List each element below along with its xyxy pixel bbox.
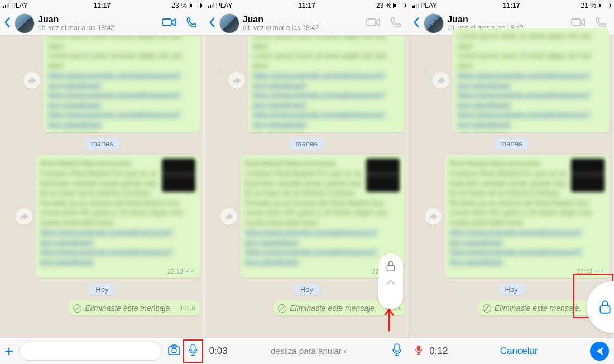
chat-area[interactable]: Lorem ipsum dolor sit amet adipis elit s…: [0, 36, 204, 337]
status-bar: PLAY 11:17 23 %: [205, 0, 409, 11]
forward-icon[interactable]: [220, 208, 237, 225]
screen-recording-locked: PLAY 11:17 21 % Juan últ. vez el mar a l…: [409, 0, 614, 364]
back-button[interactable]: [3, 16, 11, 31]
lock-icon: [385, 259, 396, 272]
recording-timer: 0:03: [209, 346, 228, 357]
recording-indicator-icon: [414, 343, 424, 359]
forward-icon[interactable]: [433, 72, 449, 89]
message-link: https://www.example.com/path/resource?ke…: [449, 227, 605, 247]
contact-name: Juan: [447, 15, 568, 25]
message-bubble[interactable]: Lorem ipsum dolor sit amet adipis elit s…: [248, 36, 405, 132]
voice-call-button[interactable]: [184, 16, 199, 31]
clock: 11:17: [503, 2, 520, 9]
input-footer: +: [0, 337, 204, 364]
recording-locked-footer: 0:12 Cancelar: [409, 337, 613, 364]
day-separator: martes: [289, 138, 325, 150]
forward-icon[interactable]: [16, 208, 32, 225]
message-time: 22:10: [167, 268, 183, 275]
message-link: https://www.example.com/path/resource?ke…: [40, 227, 195, 247]
record-voice-button[interactable]: [186, 343, 200, 359]
message-text: Real Madrid Macroencuesta Cristiano Real…: [40, 159, 195, 227]
message-text: Lorem ipsum dolor sit amet adipis elit s…: [457, 31, 605, 51]
message-bubble[interactable]: Lorem ipsum dolor sit amet adipis elit s…: [453, 28, 609, 132]
back-button[interactable]: [208, 16, 216, 31]
status-bar: PLAY 11:17 23 %: [0, 0, 204, 11]
carrier-label: PLAY: [11, 2, 28, 9]
contact-name: Juan: [243, 15, 363, 25]
message-text: Real Madrid Macroencuesta Cristiano Real…: [245, 159, 400, 227]
annotation-arrow-up: [383, 304, 395, 334]
chat-area[interactable]: Lorem ipsum dolor sit amet adipis elit s…: [409, 36, 613, 337]
message-link: https://www.example.com/path/resource?ke…: [253, 70, 400, 90]
last-seen: últ. vez el mar a las 18:42: [243, 25, 363, 32]
attach-button[interactable]: +: [4, 343, 13, 359]
back-button[interactable]: [412, 16, 420, 31]
message-text: Lorem ipsum dolor sit amet adipis elit s…: [253, 36, 400, 51]
message-input[interactable]: [19, 342, 161, 361]
prohibited-icon: [278, 304, 286, 313]
cancel-recording-button[interactable]: Cancelar: [453, 346, 584, 357]
message-bubble[interactable]: Real Madrid Macroencuesta Cristiano Real…: [445, 155, 609, 278]
slide-to-cancel[interactable]: desliza para anular ‹: [233, 346, 385, 356]
battery-icon: [393, 3, 405, 8]
day-separator: Hoy: [89, 284, 115, 295]
recording-timer: 0:12: [429, 346, 448, 357]
message-bubble[interactable]: Real Madrid Macroencuesta Cristiano Real…: [36, 155, 200, 278]
signal-icon: [3, 3, 9, 8]
title-block[interactable]: Juan últ. vez el mar a las 18:42: [243, 15, 363, 32]
battery-pct: 21 %: [581, 2, 596, 9]
screen-idle: PLAY 11:17 23 % Juan últ. vez el mar a l…: [0, 0, 205, 364]
contact-name: Juan: [38, 15, 159, 25]
last-seen: últ. vez el mar a las 18:42: [38, 25, 159, 32]
message-link: https://www.example.com/path/resource?ke…: [457, 70, 605, 90]
send-button[interactable]: [590, 342, 609, 361]
message-link: https://www.example.com/path/resource?ke…: [245, 227, 400, 247]
prohibited-icon: [483, 304, 491, 313]
deleted-text: Eliminaste este mensaje.: [85, 304, 172, 313]
deleted-text: Eliminaste este mensaje.: [495, 304, 582, 313]
recording-mic-button[interactable]: [390, 343, 404, 360]
slide-up-lock-indicator[interactable]: [378, 253, 403, 309]
message-bubble[interactable]: Lorem ipsum dolor sit amet adipis elit s…: [44, 36, 200, 132]
avatar[interactable]: [424, 13, 444, 33]
message-link: https://www.example.com/path/resource?ke…: [48, 70, 195, 90]
message-text: Real Madrid Macroencuesta Cristiano Real…: [449, 159, 605, 227]
camera-button[interactable]: [167, 343, 181, 359]
battery-pct: 23 %: [376, 2, 391, 9]
deleted-text: Eliminaste este mensaje.: [290, 304, 377, 313]
read-ticks-icon: ✓✓: [594, 267, 605, 275]
battery-pct: 23 %: [171, 2, 186, 9]
title-block[interactable]: Juan últ. vez el mar a las 18:42: [38, 15, 159, 32]
battery-icon: [598, 3, 610, 8]
chat-area[interactable]: Lorem ipsum dolor sit amet adipis elit s…: [205, 36, 409, 337]
carrier-label: PLAY: [420, 2, 437, 9]
avatar[interactable]: [219, 13, 239, 33]
voice-call-button: [388, 16, 403, 31]
lock-icon: [598, 299, 612, 315]
read-ticks-icon: ✓✓: [185, 267, 195, 275]
chat-header: Juan últ. vez el mar a las 18:42: [205, 11, 409, 36]
chat-header: Juan últ. vez el mar a las 18:42: [0, 11, 204, 36]
clock: 11:17: [298, 2, 315, 9]
carrier-label: PLAY: [216, 2, 233, 9]
deleted-message[interactable]: Eliminaste este mensaje. 10:58: [69, 301, 199, 315]
video-call-button[interactable]: [162, 16, 176, 31]
clock: 11:17: [93, 2, 111, 9]
status-bar: PLAY 11:17 21 %: [409, 0, 613, 11]
video-call-button: [366, 16, 381, 31]
message-text: Lorem ipsum dolor sit amet adipis elit s…: [48, 36, 195, 51]
avatar[interactable]: [15, 13, 35, 33]
forward-icon[interactable]: [23, 72, 40, 89]
message-time: 22:10: [577, 268, 592, 275]
day-separator: martes: [84, 138, 120, 150]
screen-recording-slide: PLAY 11:17 23 % Juan últ. vez el mar a l…: [205, 0, 410, 364]
prohibited-icon: [73, 304, 81, 313]
signal-icon: [208, 3, 214, 8]
forward-icon[interactable]: [228, 72, 245, 89]
battery-icon: [189, 3, 201, 8]
day-separator: martes: [493, 138, 529, 150]
forward-icon[interactable]: [425, 208, 442, 225]
day-separator: Hoy: [294, 284, 320, 295]
day-separator: Hoy: [498, 284, 525, 295]
message-time: 10:58: [180, 305, 195, 312]
